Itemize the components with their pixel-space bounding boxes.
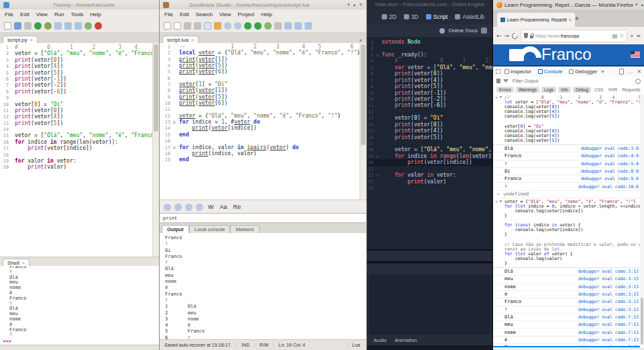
- whole-word-icon[interactable]: [196, 204, 203, 211]
- code-line[interactable]: 23 print(valor): [367, 179, 492, 185]
- source-location-link[interactable]: debugger eval code:9:9: [581, 176, 639, 181]
- source-location-link[interactable]: debugger eval code:3:13: [578, 292, 639, 297]
- step-into-icon[interactable]: [64, 22, 72, 30]
- project-doc-icon[interactable]: [204, 22, 211, 30]
- fold-icon[interactable]: ⊟: [173, 146, 179, 150]
- menu-edit[interactable]: Edit: [17, 11, 33, 17]
- code-line[interactable]: 12print(vetor[4]): [0, 114, 159, 120]
- code-line[interactable]: 5print(vetor[6]): [160, 69, 366, 75]
- console-log-area[interactable]: »▼// 0 1 2 3 4 5let vetor = ["Olá", "meu…: [493, 94, 644, 347]
- menu-view[interactable]: View: [216, 11, 234, 17]
- find-in-files-icon[interactable]: [234, 22, 241, 30]
- back-button[interactable]: ←: [496, 32, 502, 39]
- maximize-icon[interactable]: ▴: [354, 2, 356, 7]
- code-line[interactable]: 13print(vetor[5]): [0, 120, 159, 126]
- overflow-menu-icon[interactable]: »: [630, 33, 633, 39]
- new-file-icon[interactable]: [4, 22, 11, 30]
- console-log-row[interactable]: Oládebugger eval code:3:9: [493, 145, 644, 152]
- code-line[interactable]: 8 print(vetor[5]): [367, 83, 492, 89]
- console-log-row[interactable]: Oládebugger eval code:7:13: [493, 314, 644, 321]
- shell-close-icon[interactable]: ×: [22, 261, 25, 265]
- fold-icon[interactable]: ⊟: [173, 120, 179, 124]
- code-line[interactable]: 9: [0, 95, 159, 101]
- run-debug-icon[interactable]: [244, 22, 252, 30]
- menu-help[interactable]: Help: [258, 11, 275, 17]
- workspace-2d[interactable]: 2D: [382, 13, 396, 20]
- us-flag-icon[interactable]: [631, 51, 640, 58]
- console-log-row[interactable]: !debugger eval code:3:13: [493, 306, 644, 314]
- thonny-editor[interactable]: 1# 0 1 2 3 4 52vetor = ["Olá", "meu", "n…: [0, 43, 159, 258]
- code-line[interactable]: 20 print(vetor[indice]): [367, 159, 492, 165]
- code-line[interactable]: 11 print(vetor[-6]): [367, 102, 492, 108]
- tab-close-icon[interactable]: ×: [191, 38, 194, 42]
- code-line[interactable]: 6 print(vetor[0]): [367, 71, 492, 77]
- thonny-titlebar[interactable]: Thonny - /home/franco/tm: [0, 0, 159, 9]
- close-icon[interactable]: ✕: [359, 2, 363, 7]
- step-out-icon[interactable]: [74, 22, 82, 30]
- code-line[interactable]: 1# 0 1 2 3 4 5: [0, 44, 159, 50]
- tab-output[interactable]: Output: [162, 225, 189, 233]
- code-line[interactable]: 4print(vetor[5]): [160, 62, 366, 69]
- run-icon[interactable]: [34, 22, 42, 30]
- reload-button[interactable]: [511, 32, 519, 40]
- save-icon[interactable]: [24, 22, 32, 30]
- code-line[interactable]: 13 vetor[0] = "Oi": [367, 115, 492, 121]
- zerobrane-titlebar[interactable]: ZeroBrane Studio - /home/franco/tmp/lua/…: [160, 0, 366, 9]
- open-file-icon[interactable]: [174, 22, 181, 30]
- url-bar[interactable]: https://www.francoga ▤ ☆: [521, 30, 627, 42]
- code-line[interactable]: 3∨func _ready():: [367, 52, 492, 58]
- tab-animation[interactable]: Animation: [394, 337, 417, 343]
- code-line[interactable]: 2: [367, 45, 492, 51]
- jump-next-icon[interactable]: [174, 204, 182, 211]
- console-scrollbar[interactable]: [640, 94, 644, 346]
- case-button[interactable]: Aa: [219, 204, 229, 210]
- menu-help[interactable]: Help: [87, 11, 104, 17]
- zerobrane-output[interactable]: Franco!OiFranco!OlámeunomeéFranco!1 Olá2…: [160, 233, 366, 342]
- save-all-icon[interactable]: [194, 22, 201, 30]
- scrollbar-thumb[interactable]: [154, 44, 158, 132]
- bookmark-star-icon[interactable]: ☆: [619, 33, 624, 39]
- menu-file[interactable]: File: [161, 11, 176, 17]
- source-location-link[interactable]: debugger eval code:10:9: [578, 184, 639, 189]
- open-folder-icon[interactable]: [14, 22, 21, 30]
- thonny-editor-scrollbar[interactable]: [152, 43, 159, 257]
- code-line[interactable]: 11: [160, 106, 366, 112]
- code-line[interactable]: 19end: [160, 157, 366, 163]
- find-icon[interactable]: [164, 204, 171, 211]
- devtools-meatball-icon[interactable]: …: [628, 69, 633, 75]
- code-line[interactable]: 6: [160, 75, 366, 81]
- code-line[interactable]: 7vetor[1] = "Oi": [160, 81, 366, 87]
- code-line[interactable]: 8print(vetor[-6]): [0, 89, 159, 95]
- console-log-row[interactable]: Francodebugger eval code:3:13: [493, 298, 644, 306]
- pick-element-icon[interactable]: [496, 69, 500, 74]
- debug-icon[interactable]: [44, 22, 52, 30]
- console-log-row[interactable]: nomedebugger eval code:7:13: [493, 329, 644, 336]
- filter-css[interactable]: CSS: [593, 87, 604, 92]
- shell-prompt[interactable]: >>>: [3, 339, 159, 345]
- pause-icon[interactable]: [274, 22, 282, 30]
- match-case-icon[interactable]: [185, 204, 193, 211]
- step-out-icon[interactable]: [305, 22, 312, 30]
- menu-run[interactable]: Run: [51, 11, 68, 17]
- source-location-link[interactable]: debugger eval code:7:13: [578, 337, 639, 343]
- console-log-row[interactable]: nomedebugger eval code:3:13: [493, 283, 644, 291]
- console-log-row[interactable]: meudebugger eval code:3:13: [493, 275, 644, 283]
- godot-output-panel[interactable]: [368, 273, 491, 336]
- url-text[interactable]: https://www.francoga: [535, 34, 610, 38]
- forward-button[interactable]: →: [504, 32, 510, 39]
- code-line[interactable]: 24: [367, 185, 492, 191]
- code-line[interactable]: 4print(vetor[4]): [0, 63, 159, 69]
- console-log-row[interactable]: édebugger eval code:7:13: [493, 337, 644, 344]
- code-line[interactable]: 2local vetor = {"Olá", "meu", "nome", "é…: [160, 50, 366, 56]
- code-line[interactable]: 9print(vetor[5]): [160, 94, 366, 100]
- search-input[interactable]: [160, 213, 366, 223]
- code-line[interactable]: 17⊟for indice, valor in ipairs(vetor) do: [160, 144, 366, 150]
- find-icon[interactable]: [224, 22, 231, 30]
- source-location-link[interactable]: debugger eval code:8:9: [581, 169, 639, 174]
- code-line[interactable]: 12: [367, 109, 492, 115]
- code-line[interactable]: 8print(vetor[1]): [160, 87, 366, 93]
- code-line[interactable]: 3print(vetor[1]): [160, 56, 366, 62]
- maximize-icon[interactable]: ▴: [641, 2, 644, 7]
- step-over-icon[interactable]: [294, 22, 302, 30]
- search-docs-icon[interactable]: [481, 28, 487, 34]
